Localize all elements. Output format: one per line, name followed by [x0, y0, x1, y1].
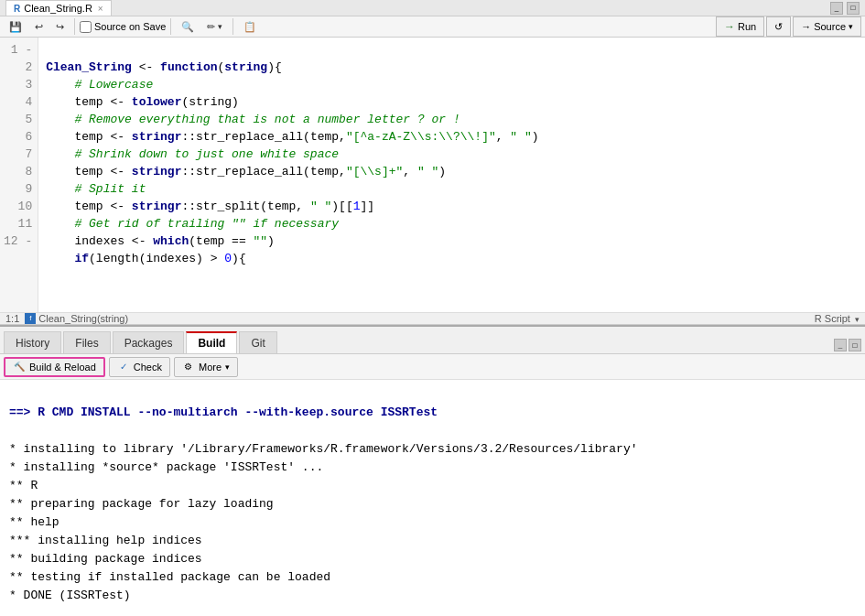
more-dropdown-icon: ▾: [225, 362, 230, 372]
undo-button[interactable]: ↩: [29, 16, 49, 37]
console-line-10: ** testing if installed package can be l…: [9, 570, 330, 584]
editor-status-bar: 1:1 f Clean_String(string) R Script ▾: [0, 312, 865, 325]
pencil-button[interactable]: ✏ ▾: [201, 16, 228, 37]
code-editor: 1 - 2 3 4 5 6 7 8 9 10 11 12 - Clean_Str…: [0, 38, 865, 312]
save-button[interactable]: 💾: [4, 16, 27, 37]
source-on-save-checkbox[interactable]: [80, 21, 92, 33]
run-button[interactable]: → Run: [716, 16, 764, 37]
console-line-5: ** R: [9, 479, 38, 492]
build-toolbar: 🔨 Build & Reload ✓ Check ⚙ More ▾: [0, 354, 865, 380]
console-line-6: ** preparing package for lazy loading: [9, 497, 274, 511]
code-text[interactable]: Clean_String <- function(string){ # Lowe…: [38, 38, 865, 312]
console-line-1: ==> R CMD INSTALL --no-multiarch --with-…: [9, 405, 438, 419]
rerun-button[interactable]: ↺: [766, 16, 791, 37]
cursor-position: 1:1: [5, 313, 19, 324]
pencil-dropdown-icon: ▾: [218, 22, 222, 31]
compile-button[interactable]: 📋: [238, 16, 262, 37]
console-line-2: [9, 424, 16, 438]
separator-2: [170, 18, 171, 35]
r-file-icon: R: [14, 4, 20, 14]
panel-controls: _ □: [834, 339, 861, 353]
console-line-7: ** help: [9, 515, 59, 529]
console-line-3: * installing to library '/Library/Framew…: [9, 442, 638, 456]
source-on-save-label: Source on Save: [80, 21, 166, 33]
tab-files[interactable]: Files: [63, 331, 110, 353]
minimize-button[interactable]: _: [830, 2, 843, 15]
tab-git[interactable]: Git: [239, 331, 276, 353]
more-icon: ⚙: [182, 361, 195, 373]
redo-icon: ↪: [56, 21, 64, 33]
breadcrumb-icon: f: [25, 313, 36, 324]
undo-icon: ↩: [35, 21, 43, 33]
rerun-icon: ↺: [774, 21, 783, 33]
console-line-4: * installing *source* package 'ISSRTest'…: [9, 460, 323, 474]
file-tab[interactable]: R Clean_String.R ×: [5, 0, 112, 16]
tab-close-button[interactable]: ×: [98, 4, 103, 14]
search-icon: 🔍: [181, 21, 194, 33]
pencil-icon: ✏: [207, 21, 215, 33]
panel-minimize-button[interactable]: _: [834, 339, 847, 351]
source-dropdown-icon: ▾: [849, 22, 853, 31]
separator-3: [232, 18, 233, 35]
panel-maximize-button[interactable]: □: [849, 339, 861, 351]
editor-toolbar: 💾 ↩ ↪ Source on Save 🔍 ✏ ▾ 📋 → Run ↺ → S…: [0, 16, 865, 38]
status-right: R Script ▾: [815, 313, 860, 324]
check-button[interactable]: ✓ Check: [109, 357, 170, 377]
tab-history[interactable]: History: [4, 331, 61, 353]
build-reload-icon: 🔨: [13, 361, 26, 373]
script-dropdown-icon: ▾: [855, 315, 860, 324]
breadcrumb: f Clean_String(string): [25, 313, 128, 324]
tab-packages[interactable]: Packages: [113, 331, 185, 353]
window-controls: _ □: [830, 2, 860, 15]
maximize-button[interactable]: □: [847, 2, 860, 15]
redo-button[interactable]: ↪: [50, 16, 70, 37]
build-reload-button[interactable]: 🔨 Build & Reload: [4, 357, 105, 377]
status-left: 1:1 f Clean_String(string): [5, 313, 128, 324]
more-button[interactable]: ⚙ More ▾: [174, 357, 238, 377]
run-arrow-icon: →: [724, 20, 735, 33]
console-line-11: * DONE (ISSRTest): [9, 589, 131, 602]
tab-build[interactable]: Build: [186, 331, 237, 353]
source-button[interactable]: → Source ▾: [793, 16, 861, 37]
save-icon: 💾: [9, 21, 22, 33]
search-button[interactable]: 🔍: [176, 16, 200, 37]
line-numbers: 1 - 2 3 4 5 6 7 8 9 10 11 12 -: [0, 38, 38, 312]
separator-1: [74, 18, 75, 35]
breadcrumb-text: Clean_String(string): [38, 313, 128, 324]
console-output[interactable]: ==> R CMD INSTALL --no-multiarch --with-…: [0, 380, 865, 616]
console-line-8: *** installing help indices: [9, 534, 202, 547]
title-bar: R Clean_String.R × _ □: [0, 0, 865, 16]
bottom-panel: History Files Packages Build Git _ □ 🔨 B…: [0, 325, 865, 616]
script-type: R Script: [815, 313, 850, 324]
compile-icon: 📋: [243, 21, 256, 33]
source-arrow-icon: →: [801, 21, 811, 32]
check-icon: ✓: [117, 361, 130, 373]
bottom-tab-bar: History Files Packages Build Git _ □: [0, 327, 865, 354]
console-line-9: ** building package indices: [9, 552, 202, 566]
tab-filename: Clean_String.R: [24, 3, 92, 14]
